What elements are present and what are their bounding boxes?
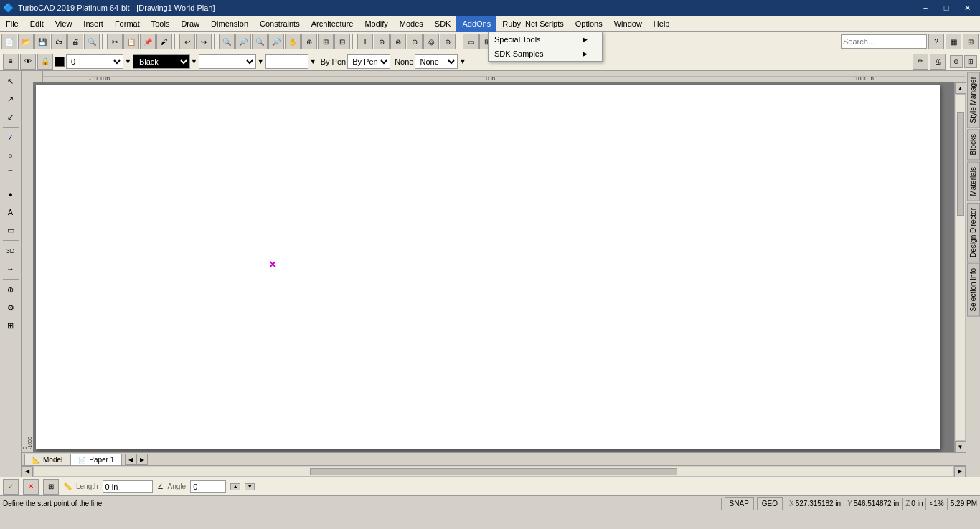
close-button[interactable]: ✕ bbox=[957, 0, 977, 16]
tab-scroll-right[interactable]: ▶ bbox=[136, 454, 148, 465]
tb-cut[interactable]: ✂ bbox=[107, 34, 123, 49]
length-field[interactable]: 0 in bbox=[103, 480, 153, 493]
lineweight-select[interactable] bbox=[199, 54, 256, 69]
tb-snap3[interactable]: ⊙ bbox=[407, 34, 423, 49]
hscroll-right[interactable]: ▶ bbox=[954, 466, 966, 477]
tb-zoom-window[interactable]: 🔍 bbox=[219, 34, 235, 49]
tb-zoom3[interactable]: 🔍 bbox=[252, 34, 268, 49]
tool-3d[interactable]: 3D bbox=[2, 242, 19, 259]
tb-layer-color[interactable] bbox=[55, 57, 65, 67]
minimize-button[interactable]: − bbox=[915, 0, 936, 16]
menu-insert[interactable]: Insert bbox=[77, 16, 109, 32]
tool-grid[interactable]: ⊞ bbox=[2, 317, 19, 334]
panel-style-manager[interactable]: Style Manager bbox=[967, 72, 980, 128]
tb-pen-edit[interactable]: ✏ bbox=[913, 54, 928, 70]
help-btn[interactable]: ? bbox=[928, 34, 944, 49]
angle-field[interactable]: 0 bbox=[190, 480, 226, 493]
tb-open[interactable]: 📂 bbox=[18, 34, 34, 49]
tool-circle[interactable]: ○ bbox=[2, 147, 19, 164]
tb-snap-mini2[interactable]: ⊞ bbox=[964, 55, 977, 68]
tool-zoom-cursor[interactable]: ↙ bbox=[2, 108, 19, 125]
color-select[interactable]: Black Red Blue bbox=[133, 54, 190, 69]
tb-copy[interactable]: 📋 bbox=[123, 34, 139, 49]
drawing-canvas[interactable]: ✕ bbox=[33, 82, 954, 452]
vscroll-down[interactable]: ▼ bbox=[955, 441, 966, 452]
menu-sdk[interactable]: SDK bbox=[429, 16, 457, 32]
tb-snap2[interactable]: ⊗ bbox=[390, 34, 406, 49]
menu-format[interactable]: Format bbox=[109, 16, 146, 32]
hscroll-left[interactable]: ◀ bbox=[22, 466, 33, 477]
tb-print[interactable]: 🖨 bbox=[67, 34, 83, 49]
tb-paste[interactable]: 📌 bbox=[140, 34, 156, 49]
tb-redo[interactable]: ↪ bbox=[196, 34, 212, 49]
tab-paper1[interactable]: 📄 Paper 1 bbox=[70, 454, 122, 465]
tb-save2[interactable]: 🗂 bbox=[51, 34, 67, 49]
menu-view[interactable]: View bbox=[50, 16, 78, 32]
tb-format-paint[interactable]: 🖌 bbox=[156, 34, 172, 49]
pen-select[interactable]: By Pen bbox=[347, 54, 390, 69]
menu-constraints[interactable]: Constraints bbox=[254, 16, 306, 32]
menu-addons[interactable]: AddOns bbox=[456, 16, 496, 32]
confirm-btn[interactable]: ✓ bbox=[3, 479, 19, 495]
tool-text[interactable]: A bbox=[2, 204, 19, 221]
panel-materials[interactable]: Materials bbox=[967, 162, 980, 201]
none-select[interactable]: None bbox=[415, 54, 458, 69]
snap-button[interactable]: SNAP bbox=[725, 497, 754, 510]
tb-layer-lock[interactable]: 🔒 bbox=[37, 54, 53, 70]
menu-dimension[interactable]: Dimension bbox=[205, 16, 254, 32]
angle-stepper-up[interactable]: ▲ bbox=[230, 483, 240, 490]
tb-new[interactable]: 📄 bbox=[1, 34, 17, 49]
panel-selection-info[interactable]: Selection Info bbox=[967, 263, 980, 317]
vscroll-thumb[interactable] bbox=[957, 112, 964, 216]
menu-modes[interactable]: Modes bbox=[394, 16, 429, 32]
menu-file[interactable]: File bbox=[0, 16, 24, 32]
menu-edit[interactable]: Edit bbox=[24, 16, 50, 32]
menu-help[interactable]: Help bbox=[648, 16, 676, 32]
cancel-btn[interactable]: ✕ bbox=[23, 479, 39, 495]
tab-model[interactable]: 📐 Model bbox=[24, 454, 70, 465]
tb-snap[interactable]: ⊕ bbox=[374, 34, 390, 49]
tb-snap5[interactable]: ⊕ bbox=[440, 34, 456, 49]
tb-pan4[interactable]: ⊟ bbox=[334, 34, 350, 49]
tab-scroll-left[interactable]: ◀ bbox=[125, 454, 136, 465]
tool-settings[interactable]: ⚙ bbox=[2, 299, 19, 316]
tb-view1[interactable]: ▭ bbox=[463, 34, 479, 49]
tool-line[interactable]: ∕ bbox=[2, 129, 19, 146]
panel-design-director[interactable]: Design Director bbox=[967, 203, 980, 262]
tb-layer-eye[interactable]: 👁 bbox=[20, 54, 36, 70]
tb-pan2[interactable]: ⊕ bbox=[301, 34, 317, 49]
menu-architecture[interactable]: Architecture bbox=[306, 16, 359, 32]
tb-snap4[interactable]: ◎ bbox=[423, 34, 439, 49]
menu-draw[interactable]: Draw bbox=[175, 16, 205, 32]
view-btn1[interactable]: ▦ bbox=[946, 34, 961, 49]
tool-select-arrow[interactable]: ↖ bbox=[2, 72, 19, 90]
vscroll-up[interactable]: ▲ bbox=[955, 82, 966, 94]
tb-zoom2[interactable]: 🔎 bbox=[235, 34, 251, 49]
menu-ruby[interactable]: Ruby .Net Scripts bbox=[496, 16, 570, 32]
tb-layer-btn[interactable]: ≡ bbox=[3, 54, 19, 70]
tool-insert[interactable]: → bbox=[2, 260, 19, 277]
tool-point[interactable]: ● bbox=[2, 186, 19, 203]
menu-window[interactable]: Window bbox=[608, 16, 648, 32]
tb-text[interactable]: T bbox=[357, 34, 373, 49]
tb-snap-mini1[interactable]: ⊕ bbox=[950, 55, 963, 68]
panel-blocks[interactable]: Blocks bbox=[967, 129, 980, 160]
tb-undo[interactable]: ↩ bbox=[179, 34, 195, 49]
angle-stepper-down[interactable]: ▼ bbox=[245, 483, 255, 490]
view-btn2[interactable]: ⊞ bbox=[963, 34, 979, 49]
tool-arc[interactable]: ⌒ bbox=[2, 165, 19, 182]
tb-save[interactable]: 💾 bbox=[34, 34, 50, 49]
menu-modify[interactable]: Modify bbox=[359, 16, 393, 32]
menu-options[interactable]: Options bbox=[570, 16, 608, 32]
tb-pan[interactable]: ✋ bbox=[285, 34, 301, 49]
tool-vertex-select[interactable]: ↗ bbox=[2, 90, 19, 108]
tb-preview[interactable]: 🔍 bbox=[84, 34, 100, 49]
layer-select[interactable]: 0 bbox=[66, 54, 123, 69]
snap-toggle[interactable]: ⊞ bbox=[43, 479, 59, 495]
tool-rectangle[interactable]: ▭ bbox=[2, 221, 19, 239]
maximize-button[interactable]: □ bbox=[936, 0, 956, 16]
search-input[interactable] bbox=[841, 34, 927, 49]
dd-sdk-samples[interactable]: SDK Samples ▶ bbox=[489, 47, 602, 61]
tool-crosshair[interactable]: ⊕ bbox=[2, 281, 19, 298]
tb-print2[interactable]: 🖨 bbox=[930, 54, 946, 70]
